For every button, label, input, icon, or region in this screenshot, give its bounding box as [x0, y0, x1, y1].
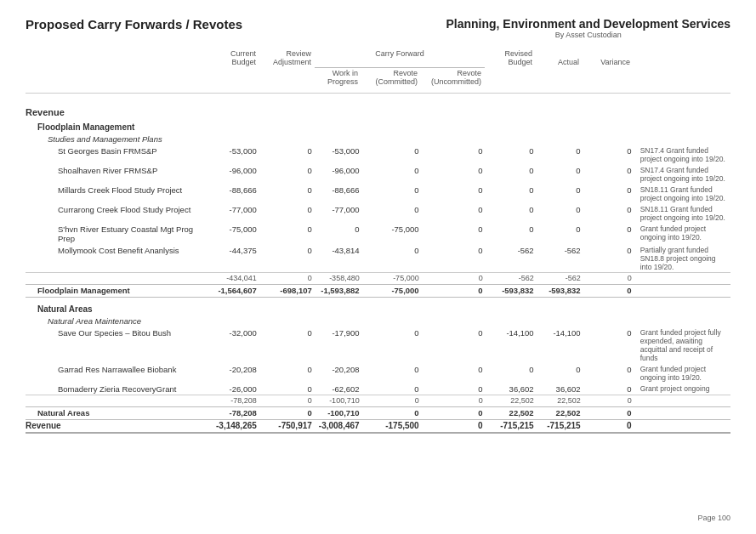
group-natural-area-maint: Natural Area Maintenance [26, 315, 730, 327]
cell-revised-budget: 0 [486, 145, 537, 164]
col-work-in-prog: Work inProgress [315, 67, 361, 88]
col-revote-comm: Revote(Committed) [361, 67, 421, 88]
group-studies: Studies and Management Plans [26, 133, 730, 145]
col-actual: Actual [536, 48, 583, 67]
col-variance: Variance [583, 48, 634, 67]
cell-work-in-prog: -53,000 [315, 145, 363, 164]
department-title: Planning, Environment and Development Se… [446, 17, 730, 31]
subtotal-natural-areas: -78,208 0 -100,710 0 0 22,502 22,502 0 [26, 395, 730, 407]
cell-actual: 0 [537, 145, 584, 164]
page-header: Proposed Carry Forwards / Revotes Planni… [26, 17, 730, 39]
subsection-floodplain: Floodplain Management [26, 119, 730, 134]
col-carry-forward: Carry Forward [315, 48, 485, 67]
subsection-natural-areas: Natural Areas [26, 297, 730, 315]
subtotal-row: -434,041 0 -358,480 -75,000 0 -562 -562 … [26, 273, 730, 285]
total-natural-areas-row: Natural Areas -78,208 0 -100,710 0 0 22,… [26, 406, 730, 419]
by-line: By Asset Custodian [446, 31, 730, 39]
page-title: Proposed Carry Forwards / Revotes [26, 17, 242, 31]
header-left: Proposed Carry Forwards / Revotes [26, 17, 242, 31]
cell-review-adj: 0 [260, 145, 315, 164]
col-current-budget: CurrentBudget [213, 48, 259, 67]
table-row: St Georges Basin FRMS&P -53,000 0 -53,00… [26, 145, 730, 164]
main-table: Revenue Floodplain Management Studies an… [26, 99, 730, 434]
total-floodplain-row: Floodplain Management -1,564,607 -698,10… [26, 284, 730, 297]
cell-current-budget: -53,000 [213, 145, 260, 164]
header-right: Planning, Environment and Development Se… [446, 17, 730, 39]
cell-variance: 0 [584, 145, 635, 164]
row-label: St Georges Basin FRMS&P [26, 145, 213, 164]
table-row: Currarong Creek Flood Study Project -77,… [26, 203, 730, 223]
cell-revote-comm: 0 [363, 145, 423, 164]
table-row: Garrad Res Narrawallee Biobank -20,208 0… [26, 363, 730, 383]
col-revised-budget: RevisedBudget [485, 48, 536, 67]
table-row: Mollymook Cost Benefit Ananlysis -44,375… [26, 244, 730, 273]
table-row: Millards Creek Flood Study Project -88,6… [26, 184, 730, 203]
table-row: Bomaderry Zieria RecoveryGrant -26,000 0… [26, 383, 730, 395]
total-revenue-row: Revenue -3,148,265 -750,917 -3,008,467 -… [26, 419, 730, 433]
section-revenue: Revenue [26, 99, 730, 119]
column-headers: CurrentBudget ReviewAdjustment Carry For… [26, 48, 730, 88]
table-row: Save Our Species – Bitou Bush -32,000 0 … [26, 327, 730, 363]
col-review-adj: ReviewAdjustment [259, 48, 315, 67]
col-revote-uncomm: Revote(Uncommitted) [421, 67, 485, 88]
table-row: S'hvn River Estuary Coastal Mgt Prog Pre… [26, 223, 730, 244]
cell-revote-uncomm: 0 [423, 145, 486, 164]
header-divider [26, 93, 730, 94]
table-row: Shoalhaven River FRMS&P -96,000 0 -96,00… [26, 164, 730, 184]
cell-notes: SN17.4 Grant funded project ongoing into… [635, 145, 730, 164]
page-number: Page 100 [697, 514, 730, 522]
